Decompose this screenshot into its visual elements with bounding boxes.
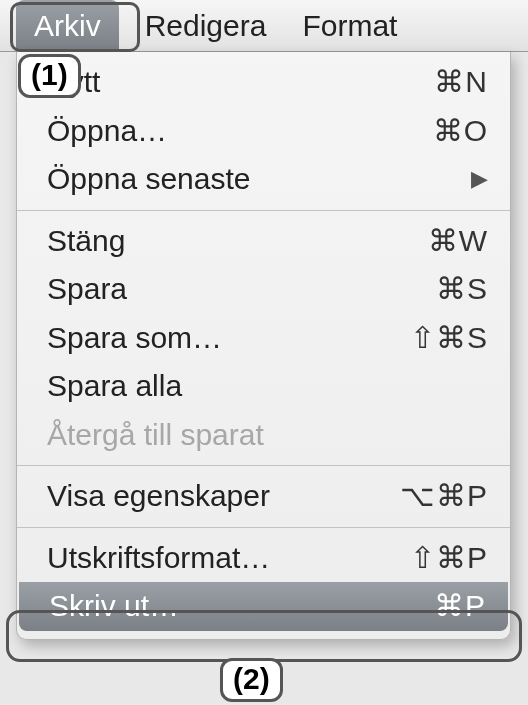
menu-shortcut: ⌘P	[434, 586, 486, 627]
menu-label: Skriv ut…	[49, 586, 434, 627]
menu-label: Återgå till sparat	[47, 415, 488, 456]
menu-separator	[17, 527, 510, 528]
menu-separator	[17, 465, 510, 466]
menu-label: Nytt	[47, 62, 434, 103]
menu-item-spara-alla[interactable]: Spara alla	[17, 362, 510, 411]
submenu-arrow-icon: ▶	[471, 164, 488, 194]
menu-item-oppna-senaste[interactable]: Öppna senaste ▶	[17, 155, 510, 204]
menu-item-visa-egenskaper[interactable]: Visa egenskaper ⌥⌘P	[17, 472, 510, 521]
menu-shortcut: ⇧⌘S	[410, 318, 488, 359]
menu-label: Spara som…	[47, 318, 410, 359]
menu-label: Spara alla	[47, 366, 488, 407]
menubar-item-redigera[interactable]: Redigera	[127, 0, 285, 51]
menu-item-oppna[interactable]: Öppna… ⌘O	[17, 107, 510, 156]
menu-shortcut: ⇧⌘P	[410, 538, 488, 579]
menu-shortcut: ⌥⌘P	[400, 476, 488, 517]
menu-item-skriv-ut[interactable]: Skriv ut… ⌘P	[19, 582, 508, 631]
menu-item-spara-som[interactable]: Spara som… ⇧⌘S	[17, 314, 510, 363]
menu-label: Visa egenskaper	[47, 476, 400, 517]
menubar-label-arkiv: Arkiv	[34, 9, 101, 43]
menu-item-nytt[interactable]: Nytt ⌘N	[17, 58, 510, 107]
menubar-item-arkiv[interactable]: Arkiv	[16, 0, 119, 51]
menu-shortcut: ⌘S	[436, 269, 488, 310]
callout-2: (2)	[220, 658, 283, 702]
menu-item-utskriftsformat[interactable]: Utskriftsformat… ⇧⌘P	[17, 534, 510, 583]
menu-shortcut: ⌘O	[433, 111, 488, 152]
menu-separator	[17, 210, 510, 211]
menubar: Arkiv Redigera Format	[0, 0, 528, 52]
menu-label: Spara	[47, 269, 436, 310]
menubar-item-format[interactable]: Format	[284, 0, 415, 51]
menu-item-spara[interactable]: Spara ⌘S	[17, 265, 510, 314]
dropdown-arkiv: Nytt ⌘N Öppna… ⌘O Öppna senaste ▶ Stäng …	[16, 52, 511, 640]
menu-item-aterga: Återgå till sparat	[17, 411, 510, 460]
callout-1: (1)	[18, 54, 81, 98]
menu-label: Utskriftsformat…	[47, 538, 410, 579]
menu-shortcut: ⌘N	[434, 62, 488, 103]
menu-label: Öppna senaste	[47, 159, 471, 200]
menu-label: Öppna…	[47, 111, 433, 152]
menu-label: Stäng	[47, 221, 428, 262]
menu-item-stang[interactable]: Stäng ⌘W	[17, 217, 510, 266]
menubar-label-redigera: Redigera	[145, 9, 267, 43]
menu-shortcut: ⌘W	[428, 221, 488, 262]
menubar-label-format: Format	[302, 9, 397, 43]
